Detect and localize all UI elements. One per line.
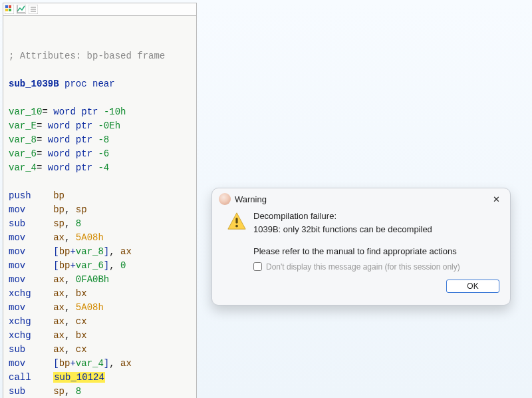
- toolbar-palette-icon[interactable]: [5, 5, 14, 14]
- ok-button[interactable]: OK: [446, 280, 499, 293]
- toolbar-chart-icon[interactable]: [17, 5, 26, 14]
- dont-show-again-checkbox[interactable]: [253, 262, 262, 271]
- disassembly-pane: ; Attributes: bp-based frame sub_1039B p…: [3, 3, 197, 398]
- dialog-close-button[interactable]: ✕: [489, 192, 503, 206]
- dialog-titlebar[interactable]: Warning ✕: [212, 188, 510, 208]
- dialog-line1: Decompilation failure:: [253, 210, 502, 223]
- dont-show-again-row[interactable]: Don't display this message again (for th…: [253, 261, 502, 273]
- warning-triangle-icon: [227, 211, 247, 231]
- warning-dialog: Warning ✕ Decompilation failure: 1039B: …: [211, 188, 511, 305]
- svg-rect-1: [5, 5, 8, 8]
- dont-show-again-label: Don't display this message again (for th…: [266, 261, 460, 273]
- svg-rect-4: [9, 9, 11, 11]
- svg-rect-13: [235, 218, 237, 223]
- dialog-line3: Please refer to the manual to find appro…: [253, 245, 502, 258]
- dialog-title: Warning: [235, 194, 489, 204]
- disasm-toolbar: [3, 3, 196, 16]
- dialog-line2: 1039B: only 32bit functions can be decom…: [253, 223, 502, 236]
- svg-point-14: [235, 225, 238, 228]
- app-face-icon: [219, 193, 231, 205]
- dialog-text: Decompilation failure: 1039B: only 32bit…: [253, 210, 502, 273]
- disassembly-body[interactable]: ; Attributes: bp-based frame sub_1039B p…: [3, 16, 196, 398]
- svg-rect-2: [9, 5, 11, 8]
- toolbar-sheet-icon[interactable]: [29, 5, 38, 14]
- svg-rect-3: [5, 9, 8, 11]
